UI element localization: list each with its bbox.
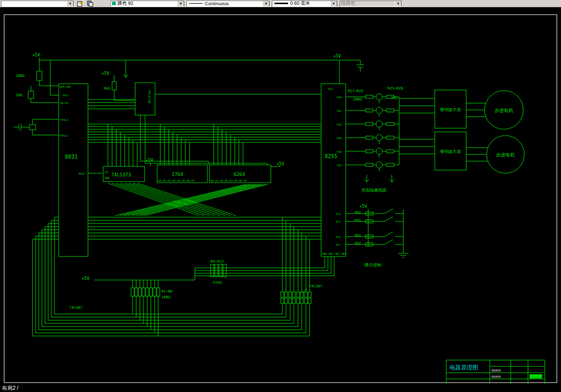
power-rail-top: +5V +5V (32, 53, 364, 84)
pin-pa2-label: PA2 (337, 123, 342, 126)
p5v-label: +5V (146, 158, 153, 163)
stepper-motor-2: 步进电机 (466, 136, 524, 173)
layer-previous-icon (87, 1, 93, 7)
pin-pc7-label: PC7 (336, 243, 340, 247)
layout-tab-bar: 布局2 / (0, 384, 561, 392)
chip-6264: 6264 A0 A1 A2 A3 A4 A5 A6 A7 +5V (210, 162, 284, 183)
layout-tab[interactable]: 布局2 / (2, 385, 18, 392)
pin-gnd-label: GND (105, 176, 109, 180)
make-object-layer-button[interactable] (76, 0, 84, 7)
pin-vcc-label: Vcc (328, 87, 334, 91)
chip-8031: RST/VPD Vcc EA/VP XTAL2 XTAL1 8031 ALE (59, 84, 88, 256)
driver-amplifier-1: 驱动放大器 (399, 90, 466, 128)
pin-pa1-label: PA1 (337, 109, 342, 113)
p5v-label: +5V (333, 54, 341, 59)
chip-8255-label: 8255 (325, 153, 337, 159)
sheet-border (4, 15, 557, 383)
color-combo-dropdown-arrow[interactable]: ▼ (177, 1, 184, 7)
p5v-label: +5V (102, 71, 109, 76)
layer-combo-dropdown-arrow[interactable]: ▼ (67, 1, 74, 7)
chip-74ls138-label: 74LS138 (148, 90, 151, 104)
pin-le-label: LE (105, 170, 108, 173)
chip-74ls138: 74LS138 +5V 3kΩ (88, 71, 321, 165)
p5v-label: +5V (359, 204, 367, 209)
lineweight-combo[interactable]: 0.60 毫米 ▼ (272, 1, 338, 7)
color-combo[interactable]: 颜色 92 ▼ (111, 1, 185, 7)
pin-pa3-label: PA3 (337, 137, 342, 140)
linetype-combo-value: Continuous (205, 1, 229, 6)
plotstyle-combo-value: 随颜色 (341, 1, 355, 7)
opto-caption: 光电隔离电路 (361, 188, 387, 193)
chip-8031-label: 8031 (65, 154, 78, 160)
pin-xtal2-label: XTAL2 (60, 118, 68, 121)
layer-combo[interactable]: ▼ (1, 1, 74, 7)
pin-xtal1-label: XTAL1 (60, 134, 68, 137)
lineweight-combo-dropdown-arrow[interactable]: ▼ (330, 1, 337, 7)
r3k-label: 3kΩ (354, 233, 361, 238)
r200-label: 200Ω (16, 74, 25, 78)
title-block: 电器原理图 XXXXX XXXXX (446, 360, 545, 386)
bus-port1 (88, 217, 321, 292)
driver-amplifier-2: 驱动放大器 (399, 132, 466, 170)
driver-amp-label: 驱动放大器 (440, 107, 461, 112)
titleblock-title: 电器原理图 (449, 364, 478, 371)
linetype-sample-icon (189, 3, 203, 4)
r1-8-label: R1~R8 (161, 289, 172, 294)
bus-data-address (88, 124, 321, 166)
wire-bundle-left-bottom: 74LS07 (32, 217, 310, 336)
r5k-label: 5kΩ (354, 218, 361, 222)
titleblock-no1: XXXXX (491, 368, 501, 372)
chip-74ls373-label: 74LS373 (111, 172, 131, 177)
p5v-label: +5V (277, 162, 284, 166)
plotstyle-combo-dropdown-arrow: ▼ (394, 1, 402, 7)
layer-previous-button[interactable] (86, 0, 94, 7)
pin-rst-label: RST/VPD (60, 85, 71, 88)
r3k-label: 3kΩ (354, 210, 361, 215)
r3k-label: 3kΩ (354, 241, 361, 245)
opto-isolator-array: R17~R22 200Ω R23~R28 3kΩ 光电隔离电路 (346, 86, 403, 193)
color-swatch (112, 2, 116, 5)
r51k-label: 51kΩ (213, 281, 222, 285)
make-object-layer-icon (77, 1, 83, 7)
pullup-r1-r8: R1~R8 100Ω (131, 280, 172, 336)
linetype-combo-dropdown-arrow[interactable]: ▼ (262, 1, 270, 7)
limit-caption: 限位控制 (365, 263, 381, 267)
driver-amp-label: 驱动放大器 (440, 149, 461, 154)
pin-ale-label: ALE (79, 172, 84, 175)
stepper-motor-1: 步进电机 (466, 91, 523, 129)
r17-22-label: R17~R22 (348, 89, 364, 93)
addr-row-label: A0 A1 A2 A3 A4 A5 A6 A7 (158, 179, 194, 182)
linetype-combo[interactable]: Continuous ▼ (186, 1, 270, 7)
p5v-label: +5V (32, 53, 40, 58)
titleblock-swatch (530, 374, 542, 378)
stepper-motor-label: 步进电机 (494, 108, 513, 113)
buffer-74ls07-label: 74LS07 (309, 284, 322, 288)
pin-pa4-label: PA4 (337, 150, 342, 153)
r100-label: 100Ω (161, 295, 170, 299)
color-combo-value: 颜色 92 (117, 1, 134, 7)
r200-label: 200Ω (353, 97, 362, 102)
titleblock-no2: XXXXX (491, 375, 501, 378)
stepper-motor-label: 步进电机 (496, 152, 515, 158)
pin-vcc-label: Vcc (63, 93, 69, 97)
cad-drawing-canvas[interactable]: +5V +5V 200Ω 10Ω RST/VPD (0, 0, 561, 392)
pin-pc6-label: PC6 (336, 236, 340, 239)
r10-label: 10Ω (16, 93, 23, 97)
r3k-label: 3kΩ (103, 86, 110, 91)
chip-6264-label: 6264 (234, 172, 245, 177)
properties-toolbar: ▼ 颜色 92 ▼ Continuous ▼ 0.60 毫米 ▼ 随颜色 ▼ (0, 0, 561, 7)
pin-pc5-label: PC5 (336, 220, 340, 223)
chip-2764: 2764 A0 A1 A2 A3 A4 A5 A6 A7 (157, 165, 207, 183)
pin-ea-label: EA/VP (60, 102, 68, 105)
pullup-r9-r12: R9~R12 51kΩ +5V (82, 256, 334, 285)
pin-pa0-label: PA0 (337, 96, 342, 99)
pin-pb-row-label: PB0 PB1 PB2 PB3 (322, 252, 346, 255)
lineweight-combo-value: 0.60 毫米 (290, 1, 310, 7)
pin-pa5-label: PA5 (337, 164, 342, 167)
r9-12-label: R9~R12 (211, 260, 224, 264)
addr-row-label: A0 A1 A2 A3 A4 A5 A6 A7 (211, 179, 247, 182)
r23-28-label: R23~R28 (388, 86, 403, 91)
pin-pc4-label: PC4 (336, 212, 340, 216)
plotstyle-combo: 随颜色 ▼ (339, 1, 402, 7)
crystal-symbol (29, 125, 36, 130)
